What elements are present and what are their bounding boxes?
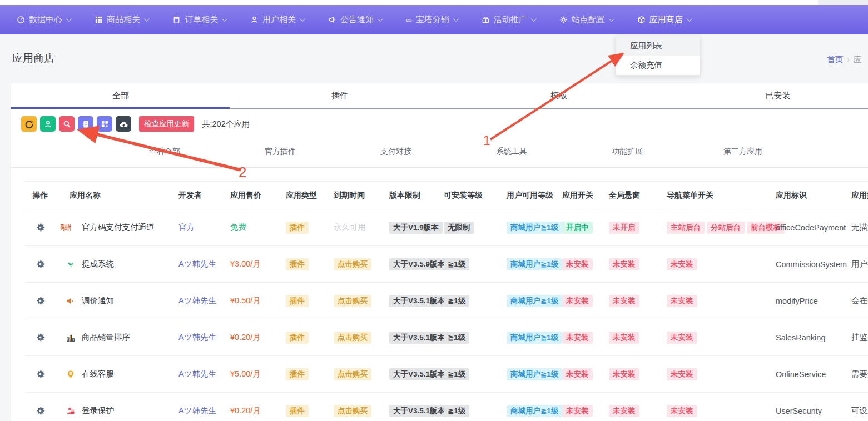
refresh-button[interactable] — [21, 116, 37, 132]
nav-promotions[interactable]: 活动推广 — [482, 14, 535, 25]
megaphone-icon — [328, 16, 336, 24]
tab-installed[interactable]: 已安装 — [668, 83, 868, 108]
price-text: ¥0.50/月 — [230, 296, 261, 305]
tab-all[interactable]: 全部 — [11, 83, 230, 108]
expiry-text: 永久可用 — [334, 223, 366, 232]
gauge-icon — [17, 16, 25, 24]
buy-badge[interactable]: 点击购买 — [334, 405, 371, 417]
user-level-badge: 商城用户≧1级 — [507, 332, 562, 344]
app-switch-badge[interactable]: 开启中 — [562, 222, 593, 234]
document-button[interactable] — [78, 116, 93, 132]
version-badge: 大于V1.9版本 — [389, 222, 443, 234]
nav-switch-badge[interactable]: 主站后台 — [667, 222, 705, 234]
app-count-text: 共:202个应用 — [202, 119, 250, 129]
tab-bar: 全部 插件 模板 已安装 — [11, 83, 868, 109]
table-row: 提成系统 Aツ韩先生 ¥3.00/月 插件 点击购买 大于V3.5.9版本 ≧1… — [25, 246, 868, 283]
settings-gear-icon[interactable] — [34, 258, 46, 270]
header-actions: 操作 — [25, 191, 56, 201]
price-text: ¥0.20/月 — [230, 406, 261, 415]
chevron-down-icon — [453, 16, 459, 22]
app-description: 用户提成 — [851, 259, 868, 268]
breadcrumb-home[interactable]: 首页 — [827, 55, 843, 64]
float-window-badge[interactable]: 未开启 — [609, 222, 639, 234]
developer-link[interactable]: Aツ韩先生 — [178, 369, 216, 378]
install-level-badge: ≧1级 — [444, 368, 469, 380]
table-row: 调价通知 Aツ韩先生 ¥0.50/月 插件 点击购买 大于V3.5.1版本 ≧1… — [25, 283, 868, 319]
price-text: ¥3.00/月 — [230, 259, 261, 268]
settings-gear-icon[interactable] — [34, 332, 46, 343]
category-third-party[interactable]: 第三方应用 — [685, 147, 801, 157]
app-store-page: 数据中心 商品相关 订单相关 用户相关 公告通知 ∞ 宝塔分销 活动推广 站点配 — [0, 0, 868, 421]
app-name: 商品销量排序 — [82, 332, 130, 343]
install-level-badge: ≧1级 — [444, 295, 469, 307]
nav-orders[interactable]: 订单相关 — [172, 14, 226, 25]
check-updates-button[interactable]: 检查应用更新 — [139, 116, 194, 132]
tab-plugins[interactable]: 插件 — [230, 83, 449, 108]
nav-switch-badge: 未安装 — [667, 368, 697, 380]
nav-switch-badge[interactable]: 分站后台 — [707, 222, 745, 234]
nav-site-config[interactable]: 站点配置 — [559, 14, 613, 25]
nav-app-store[interactable]: 应用商店 — [637, 14, 691, 25]
nav-label: 数据中心 — [29, 14, 62, 25]
tab-templates[interactable]: 模板 — [449, 83, 668, 108]
document-icon — [81, 119, 91, 129]
user-icon — [43, 119, 53, 129]
user-level-badge: 商城用户≧1级 — [507, 222, 562, 234]
chevron-down-icon — [300, 16, 305, 22]
developer-link[interactable]: Aツ韩先生 — [178, 259, 216, 268]
page-title: 应用商店 — [12, 51, 54, 66]
upload-cloud-button[interactable] — [116, 116, 131, 132]
settings-gear-icon[interactable] — [34, 368, 46, 380]
nav-data-center[interactable]: 数据中心 — [17, 14, 70, 25]
nav-products[interactable]: 商品相关 — [95, 14, 148, 25]
dropdown-item-app-list[interactable]: 应用列表 — [616, 36, 700, 56]
table-row: 码支付官方码支付支付通道 官方 免费 插件 永久可用 大于V1.9版本 无限制 … — [25, 209, 868, 246]
float-window-badge: 未安装 — [609, 258, 639, 270]
developer-link[interactable]: Aツ韩先生 — [178, 333, 216, 342]
buy-badge[interactable]: 点击购买 — [334, 258, 371, 270]
developer-link[interactable]: Aツ韩先生 — [178, 296, 216, 305]
float-window-badge: 未安装 — [609, 368, 639, 380]
category-payment[interactable]: 支付对接 — [338, 147, 454, 157]
app-description: 可设置周 — [851, 406, 868, 415]
apps-grid-button[interactable] — [97, 116, 112, 132]
nav-baota-distribution[interactable]: ∞ 宝塔分销 — [406, 14, 457, 25]
user-apps-button[interactable] — [40, 116, 56, 132]
version-badge: 大于V3.5.9版本 — [389, 258, 449, 270]
app-identifier: modifyPrice — [776, 297, 818, 305]
dropdown-item-balance-recharge[interactable]: 余额充值 — [616, 56, 700, 75]
price-text: ¥5.00/月 — [230, 369, 261, 378]
settings-gear-icon[interactable] — [34, 405, 46, 417]
main-navbar: 数据中心 商品相关 订单相关 用户相关 公告通知 ∞ 宝塔分销 活动推广 站点配 — [0, 5, 868, 34]
nav-users[interactable]: 用户相关 — [250, 14, 304, 25]
settings-gear-icon[interactable] — [34, 222, 46, 233]
developer-link[interactable]: 官方 — [178, 223, 195, 232]
nav-label: 活动推广 — [494, 14, 527, 25]
header-expiry: 到期时间 — [330, 191, 386, 201]
buy-badge[interactable]: 点击购买 — [334, 332, 371, 344]
category-system-tools[interactable]: 系统工具 — [454, 147, 569, 157]
nav-label: 订单相关 — [185, 14, 218, 25]
app-switch-badge: 未安装 — [562, 332, 593, 344]
version-badge: 大于V3.5.1版本 — [389, 368, 449, 380]
settings-gear-icon[interactable] — [34, 295, 46, 307]
app-table: 操作 应用名称 开发者 应用售价 应用类型 到期时间 版本限制 可安装等级 用户… — [25, 181, 868, 421]
category-view-all[interactable]: 查看全部 — [107, 147, 222, 157]
nav-label: 宝塔分销 — [416, 14, 449, 25]
version-badge: 大于V3.5.1版本 — [389, 405, 449, 417]
category-feature-extensions[interactable]: 功能扩展 — [569, 147, 685, 157]
nav-announcements[interactable]: 公告通知 — [328, 14, 381, 25]
type-badge: 插件 — [286, 405, 309, 417]
developer-link[interactable]: Aツ韩先生 — [178, 406, 216, 415]
category-official-plugins[interactable]: 官方插件 — [222, 147, 338, 157]
search-button[interactable] — [59, 116, 75, 132]
app-identifier: CommissionSystem — [776, 260, 847, 269]
user-icon — [250, 16, 259, 24]
app-description: 需要安装 — [851, 369, 868, 378]
app-logo-sales-chart — [65, 332, 77, 343]
app-logo-login-protect — [65, 405, 77, 417]
app-identifier: OnlineService — [776, 370, 826, 379]
buy-badge[interactable]: 点击购买 — [334, 295, 371, 307]
float-window-badge: 未安装 — [609, 405, 639, 417]
buy-badge[interactable]: 点击购买 — [334, 368, 371, 380]
